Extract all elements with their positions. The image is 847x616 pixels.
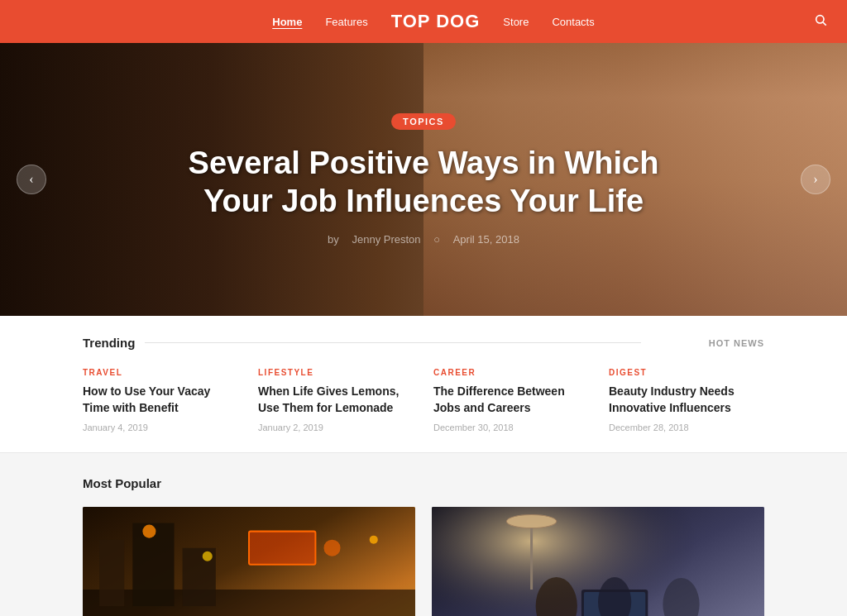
popular-card-2[interactable] <box>432 507 764 616</box>
hero-title: Several Positive Ways in Which Your Job … <box>175 145 672 220</box>
trending-card-2[interactable]: LIFESTYLE When Life Gives Lemons, Use Th… <box>258 368 414 432</box>
hero-next-button[interactable]: › <box>801 165 830 194</box>
hero-content: TOPICS Several Positive Ways in Which Yo… <box>142 113 705 246</box>
most-popular-title: Most Popular <box>83 476 764 490</box>
trending-card-3-date: December 30, 2018 <box>433 423 589 432</box>
hot-news-label: HOT NEWS <box>709 338 764 348</box>
most-popular-section: Most Popular <box>0 453 847 616</box>
popular-card-1-image <box>83 507 415 616</box>
hero-author: Jenny Preston <box>352 233 420 246</box>
nav-features[interactable]: Features <box>325 16 367 28</box>
nav-store[interactable]: Store <box>503 16 529 28</box>
nav-contacts[interactable]: Contacts <box>552 16 594 28</box>
svg-rect-11 <box>249 532 315 565</box>
trending-card-4-title: Beauty Industry Needs Innovative Influen… <box>609 384 764 416</box>
trending-card-1[interactable]: TRAVEL How to Use Your Vacay Time with B… <box>83 368 238 432</box>
hero-meta-separator: ○ <box>433 233 443 246</box>
svg-point-7 <box>142 525 156 538</box>
hero-meta: by Jenny Preston ○ April 15, 2018 <box>175 233 672 246</box>
trending-section: Trending HOT NEWS TRAVEL How to Use Your… <box>0 316 847 453</box>
svg-point-0 <box>816 16 824 23</box>
trending-card-2-title: When Life Gives Lemons, Use Them for Lem… <box>258 384 414 416</box>
hero-author-prefix: by <box>328 233 342 246</box>
trending-card-2-category: LIFESTYLE <box>258 368 414 377</box>
main-nav: Home Features TOP DOG Store Contacts <box>53 11 814 32</box>
svg-rect-4 <box>99 540 124 606</box>
trending-title: Trending <box>83 336 641 350</box>
svg-point-9 <box>323 540 340 556</box>
svg-line-1 <box>823 22 826 26</box>
trending-card-2-date: January 2, 2019 <box>258 423 414 432</box>
hero-section: ‹ TOPICS Several Positive Ways in Which … <box>0 43 847 316</box>
trending-card-4-category: DIGEST <box>609 368 764 377</box>
trending-card-1-category: TRAVEL <box>83 368 238 377</box>
trending-card-3-category: CAREER <box>433 368 589 377</box>
trending-card-3[interactable]: CAREER The Difference Between Jobs and C… <box>433 368 589 432</box>
nav-home[interactable]: Home <box>272 16 302 28</box>
trending-card-3-title: The Difference Between Jobs and Careers <box>433 384 589 416</box>
trending-header: Trending HOT NEWS <box>83 336 764 350</box>
hero-date: April 15, 2018 <box>453 233 519 246</box>
svg-point-8 <box>203 552 213 561</box>
svg-point-10 <box>370 536 378 544</box>
site-header: Home Features TOP DOG Store Contacts <box>0 0 847 43</box>
popular-card-2-image <box>432 507 764 616</box>
trending-card-1-title: How to Use Your Vacay Time with Benefit <box>83 384 238 416</box>
hero-prev-button[interactable]: ‹ <box>17 165 46 194</box>
trending-card-1-date: January 4, 2019 <box>83 423 238 432</box>
trending-card-4-date: December 28, 2018 <box>609 423 764 432</box>
hero-tag[interactable]: TOPICS <box>391 113 456 130</box>
site-logo: TOP DOG <box>391 11 481 32</box>
trending-card-4[interactable]: DIGEST Beauty Industry Needs Innovative … <box>609 368 764 432</box>
trending-grid: TRAVEL How to Use Your Vacay Time with B… <box>83 368 764 432</box>
most-popular-grid <box>83 507 764 616</box>
search-icon[interactable] <box>814 13 827 30</box>
popular-card-1[interactable] <box>83 507 415 616</box>
